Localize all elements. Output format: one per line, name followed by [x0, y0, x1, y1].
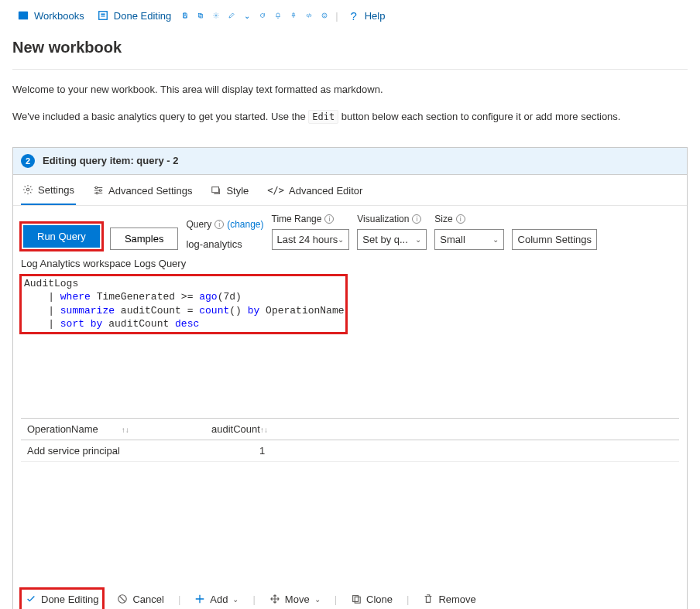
- copy-icon[interactable]: [194, 9, 207, 22]
- tab-adv-settings-label: Advanced Settings: [108, 185, 192, 197]
- bottom-toolbar: Done Editing Cancel | Add ⌄ | Move ⌄ | C…: [13, 578, 687, 609]
- tab-settings[interactable]: Settings: [21, 181, 76, 205]
- query-editor-block: 2 Editing query item: query - 2 Settings…: [12, 147, 688, 609]
- trash-icon: [423, 594, 434, 604]
- info-icon[interactable]: i: [412, 214, 421, 224]
- add-button[interactable]: Add ⌄: [191, 590, 242, 608]
- clone-button[interactable]: Clone: [348, 590, 396, 608]
- done-editing-icon: [97, 9, 109, 22]
- save-icon[interactable]: [179, 9, 191, 22]
- visualization-label: Visualization: [357, 214, 409, 224]
- page-title: New workbook: [0, 31, 700, 64]
- style-icon: [211, 185, 221, 196]
- svg-point-10: [26, 188, 29, 191]
- size-group: Size i Small ⌄: [434, 214, 504, 250]
- col-audit-count[interactable]: auditCount↑↓: [205, 418, 679, 440]
- move-icon: [269, 594, 280, 604]
- done-editing-highlight: Done Editing: [21, 589, 103, 609]
- cancel-icon: [117, 594, 128, 604]
- cancel-button[interactable]: Cancel: [114, 590, 166, 608]
- chevron-down-icon[interactable]: ⌄: [241, 9, 253, 22]
- editor-header: 2 Editing query item: query - 2: [13, 148, 687, 175]
- code-icon[interactable]: [303, 9, 315, 22]
- cell-count: 1: [205, 440, 679, 461]
- workbooks-link[interactable]: Workbooks: [12, 6, 89, 25]
- size-dropdown[interactable]: Small ⌄: [434, 229, 504, 250]
- done-editing-button[interactable]: Done Editing: [22, 590, 101, 608]
- step-badge: 2: [21, 154, 35, 168]
- run-query-button[interactable]: Run Query: [23, 225, 100, 248]
- visualization-dropdown[interactable]: Set by q... ⌄: [357, 229, 427, 250]
- svg-point-13: [96, 192, 98, 194]
- pin-icon[interactable]: [287, 9, 300, 22]
- tab-style-label: Style: [226, 185, 249, 197]
- help-label: Help: [365, 10, 386, 22]
- tab-adv-editor-label: Advanced Editor: [289, 185, 362, 197]
- info-icon[interactable]: i: [214, 220, 224, 229]
- col-operation-name[interactable]: OperationName↑↓: [21, 418, 205, 440]
- svg-rect-2: [184, 13, 187, 15]
- chevron-down-icon: ⌄: [492, 235, 499, 244]
- sort-icon: ↑↓: [98, 426, 129, 434]
- svg-rect-0: [19, 12, 28, 20]
- timerange-label: Time Range: [272, 214, 322, 224]
- done-editing-top-label: Done Editing: [114, 10, 171, 22]
- cell-operation: Add service principal: [21, 440, 205, 461]
- plus-icon: [194, 594, 205, 604]
- help-icon: ?: [348, 9, 360, 22]
- run-query-highlight: Run Query: [21, 223, 102, 250]
- results-table: OperationName↑↓ auditCount↑↓ Add service…: [21, 418, 679, 462]
- svg-point-12: [99, 190, 101, 192]
- svg-point-8: [324, 15, 324, 15]
- chevron-down-icon: ⌄: [314, 595, 321, 604]
- query-code-block[interactable]: AuditLogs | where TimeGenerated >= ago(7…: [21, 275, 346, 333]
- sort-icon: ↑↓: [260, 426, 268, 434]
- tab-style[interactable]: Style: [209, 182, 250, 204]
- done-editing-top[interactable]: Done Editing: [92, 6, 176, 25]
- top-toolbar: Workbooks Done Editing ⌄ | ? Help: [0, 0, 700, 31]
- info-icon[interactable]: i: [324, 214, 334, 224]
- tab-advanced-settings[interactable]: Advanced Settings: [91, 182, 194, 204]
- help-link[interactable]: ? Help: [343, 6, 390, 25]
- svg-point-6: [215, 15, 217, 16]
- check-icon: [26, 594, 36, 604]
- sliders-icon: [93, 185, 104, 196]
- query-value: log-analytics: [186, 234, 263, 250]
- table-row[interactable]: Add service principal 1: [21, 440, 679, 461]
- chevron-down-icon: ⌄: [232, 595, 238, 604]
- chevron-down-icon: ⌄: [415, 235, 421, 244]
- intro-line-1: Welcome to your new workbook. This area …: [12, 82, 688, 98]
- tab-advanced-editor[interactable]: </> Advanced Editor: [266, 182, 364, 204]
- query-label: Query: [186, 219, 211, 230]
- controls-row: Run Query Samples Query i (change) log-a…: [13, 206, 687, 258]
- clone-icon: [351, 594, 362, 604]
- change-link[interactable]: (change): [227, 219, 263, 230]
- smiley-icon[interactable]: [318, 9, 331, 22]
- query-group: Query i (change) log-analytics: [186, 219, 263, 250]
- remove-button[interactable]: Remove: [420, 590, 479, 608]
- divider: [12, 69, 688, 70]
- info-icon[interactable]: i: [456, 214, 465, 224]
- refresh-icon[interactable]: [256, 9, 269, 22]
- timerange-group: Time Range i Last 24 hours ⌄: [272, 214, 350, 250]
- samples-button[interactable]: Samples: [110, 228, 179, 250]
- svg-rect-14: [212, 187, 219, 193]
- column-settings-button[interactable]: Column Settings: [512, 229, 597, 250]
- workbook-icon: [17, 9, 29, 22]
- editor-title: Editing query item: query - 2: [43, 155, 179, 166]
- editor-tabs: Settings Advanced Settings Style </> Adv…: [13, 175, 687, 206]
- settings-gear-icon[interactable]: [210, 9, 222, 22]
- svg-point-9: [325, 15, 326, 15]
- bell-icon[interactable]: [272, 9, 284, 22]
- query-subtitle: Log Analytics workspace Logs Query: [13, 258, 687, 275]
- svg-rect-3: [184, 16, 187, 19]
- timerange-dropdown[interactable]: Last 24 hours ⌄: [272, 229, 350, 250]
- svg-point-7: [322, 13, 327, 18]
- visualization-group: Visualization i Set by q... ⌄: [357, 214, 427, 250]
- intro-line-2: We've included a basic analytics query t…: [12, 109, 688, 125]
- table-header-row: OperationName↑↓ auditCount↑↓: [21, 418, 679, 440]
- workbooks-label: Workbooks: [34, 10, 84, 22]
- move-button[interactable]: Move ⌄: [266, 590, 324, 608]
- edit-pencil-icon[interactable]: [225, 9, 238, 22]
- gear-icon: [22, 184, 33, 195]
